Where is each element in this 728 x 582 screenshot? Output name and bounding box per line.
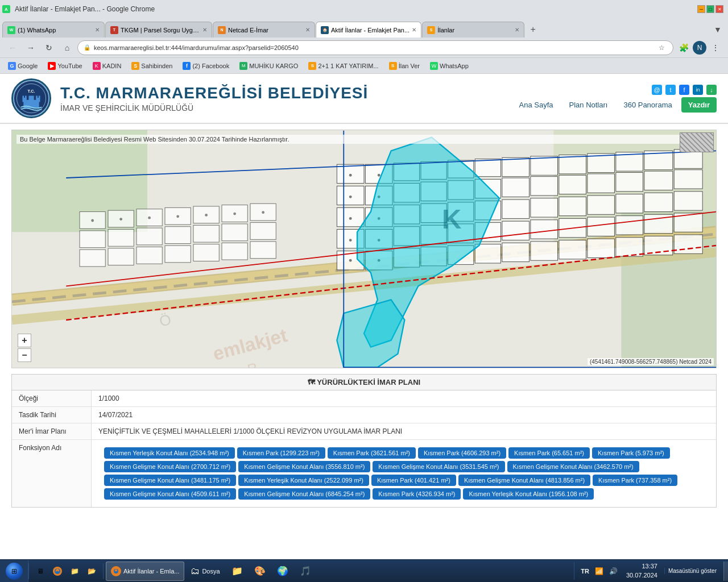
- nav-bar: ← → ↻ ⌂ 🔒 keos.marmaraereglisi.bel.tr:44…: [0, 38, 728, 58]
- fonk-badge-7[interactable]: Kısmen Gelişme Konut Alanı (3556.810 m²): [238, 461, 370, 472]
- taskbar-folder2-item[interactable]: 📁: [226, 562, 248, 581]
- tab-whatsapp[interactable]: W (1) WhatsApp ✕: [2, 22, 105, 38]
- tab-close-netcad[interactable]: ✕: [305, 27, 310, 33]
- new-tab-button[interactable]: +: [525, 22, 541, 38]
- logo-area: T.C.: [11, 78, 51, 118]
- svg-rect-98: [80, 231, 105, 248]
- taskbar-earth-item[interactable]: 🌍: [272, 562, 293, 581]
- svg-rect-38: [588, 174, 615, 193]
- fonk-badge-9[interactable]: Kısmen Gelişme Konut Alanı (3462.570 m²): [507, 461, 639, 472]
- forward-button[interactable]: →: [23, 40, 39, 56]
- taskbar-explorer-item[interactable]: 🗂 Dosya: [185, 562, 225, 581]
- svg-point-118: [262, 211, 264, 214]
- fonk-badge-4[interactable]: Kısmen Park (65.651 m²): [508, 447, 590, 459]
- nav-panorama[interactable]: 360 Panorama: [617, 97, 679, 113]
- bookmark-facebook[interactable]: f (2) Facebook: [179, 61, 233, 71]
- fonk-badge-16[interactable]: Kısmen Gelişme Konut Alanı (6845.254 m²): [238, 488, 370, 500]
- taskbar-browser-item[interactable]: Aktif İlanlar - Emla...: [106, 562, 184, 581]
- reload-button[interactable]: ↻: [41, 40, 57, 56]
- tab-close-ilanlar[interactable]: ✕: [515, 27, 519, 33]
- bookmark-youtube[interactable]: ▶ YouTube: [44, 61, 85, 71]
- taskbar-media-item[interactable]: 🎵: [295, 562, 316, 581]
- profile-button[interactable]: N: [693, 41, 706, 55]
- bookmark-sahibinden[interactable]: S Sahibinden: [128, 61, 176, 71]
- start-button[interactable]: ⊞: [0, 560, 28, 583]
- bookmark-star-icon[interactable]: ☆: [656, 42, 667, 53]
- svg-rect-35: [502, 178, 530, 197]
- svg-rect-41: [674, 170, 702, 189]
- tray-volume[interactable]: 🔊: [607, 567, 619, 575]
- zoom-in-button[interactable]: +: [18, 334, 31, 347]
- minimize-button[interactable]: ─: [697, 5, 705, 13]
- menu-button[interactable]: ⋮: [708, 40, 723, 56]
- fonk-badge-10[interactable]: Kısmen Gelişme Konut Alanı (3481.175 m²): [104, 475, 236, 486]
- fonk-badge-13[interactable]: Kısmen Gelişme Konut Alanı (4813.856 m²): [458, 475, 590, 486]
- fonk-badge-1[interactable]: Kısmen Park (1299.223 m²): [237, 447, 325, 459]
- nav-ana-sayfa[interactable]: Ana Sayfa: [512, 97, 560, 113]
- svg-rect-76: [559, 240, 586, 259]
- tray-network[interactable]: 📶: [593, 567, 605, 575]
- fonk-badge-12[interactable]: Kısmen Park (401.421 m²): [371, 475, 456, 486]
- bookmark-google[interactable]: G Google: [5, 61, 41, 71]
- svg-point-89: [349, 259, 352, 262]
- svg-rect-39: [616, 172, 643, 191]
- home-button[interactable]: ⌂: [59, 40, 75, 56]
- social-download-icon[interactable]: ↓: [706, 85, 717, 95]
- quicklaunch-files2[interactable]: 📂: [84, 563, 100, 579]
- fonk-badge-14[interactable]: Kısmen Park (737.358 m²): [593, 475, 677, 486]
- bookmark-label-kadin: KADIN: [102, 63, 122, 69]
- address-bar[interactable]: 🔒 keos.marmaraereglisi.bel.tr:444/imardu…: [77, 40, 673, 55]
- fonk-badge-5[interactable]: Kısmen Park (5.973 m²): [592, 447, 670, 459]
- svg-rect-51: [588, 196, 615, 214]
- bookmark-ilan-ver[interactable]: S İlan Ver: [386, 61, 423, 71]
- show-desktop-strip[interactable]: [723, 562, 728, 581]
- taskbar-media-icon: 🎵: [300, 566, 311, 576]
- svg-rect-107: [136, 247, 162, 264]
- bookmark-yatirim[interactable]: S 2+1 1 KAT YATIRIM...: [305, 61, 382, 71]
- tab-ilanlar[interactable]: S İlanlar ✕: [422, 22, 524, 38]
- show-desktop-button[interactable]: Masaüstünü göster: [668, 568, 717, 574]
- svg-rect-64: [588, 217, 615, 236]
- quicklaunch-folder[interactable]: 📁: [67, 563, 82, 579]
- fonk-badge-0[interactable]: Kısmen Yerleşik Konut Alanı (2534.948 m²…: [104, 447, 235, 459]
- tab-close-whatsapp[interactable]: ✕: [95, 27, 100, 33]
- fonk-badge-3[interactable]: Kısmen Park (4606.293 m²): [418, 447, 506, 459]
- social-facebook-icon[interactable]: f: [679, 85, 689, 95]
- svg-rect-50: [559, 197, 586, 215]
- zoom-out-button[interactable]: −: [18, 348, 31, 362]
- fonk-badge-18[interactable]: Kısmen Yerleşik Konut Alanı (1956.108 m²…: [463, 488, 594, 500]
- tab-favicon-tkgm: T: [110, 26, 118, 34]
- nav-yazdir[interactable]: Yazdır: [681, 97, 717, 113]
- fonk-badge-8[interactable]: Kısmen Gelişme Konut Alanı (3531.545 m²): [373, 461, 504, 472]
- maximize-button[interactable]: □: [706, 5, 714, 13]
- clock: 13:37 30.07.2024: [622, 562, 662, 580]
- fonk-badge-17[interactable]: Kısmen Park (4326.934 m²): [373, 488, 461, 500]
- svg-rect-75: [531, 242, 558, 260]
- tab-list-button[interactable]: ▼: [710, 22, 726, 38]
- quicklaunch-firefox[interactable]: [49, 563, 65, 579]
- tab-netcad[interactable]: N Netcad E-İmar ✕: [213, 22, 315, 38]
- tab-label-aktif: Aktif İlanlar - Emlakjet Pan...: [331, 27, 410, 34]
- svg-rect-80: [674, 235, 702, 253]
- social-at-icon[interactable]: @: [652, 85, 662, 95]
- nav-plan-notlari[interactable]: Plan Notları: [562, 97, 615, 113]
- fonk-badge-11[interactable]: Kısmen Yerleşik Konut Alanı (2522.099 m²…: [238, 475, 369, 486]
- tab-aktif[interactable]: 🏠 Aktif İlanlar - Emlakjet Pan... ✕: [316, 22, 421, 38]
- taskbar-paint-item[interactable]: 🎨: [249, 562, 271, 581]
- svg-rect-99: [108, 229, 134, 246]
- bookmark-kadin[interactable]: K KADIN: [89, 61, 125, 71]
- tab-close-aktif[interactable]: ✕: [412, 27, 416, 33]
- quicklaunch-show-desktop[interactable]: 🖥: [32, 563, 48, 579]
- back-button[interactable]: ←: [5, 40, 20, 56]
- bookmark-whatsapp[interactable]: W WhatsApp: [427, 61, 472, 71]
- fonk-badge-6[interactable]: Kısmen Gelişme Konut Alanı (2700.712 m²): [104, 461, 236, 472]
- tab-tkgm[interactable]: T TKGM | Parsel Sorgu Uygul... ✕: [105, 22, 212, 38]
- fonk-badge-15[interactable]: Kısmen Gelişme Konut Alanı (4509.611 m²): [104, 488, 236, 500]
- extensions-button[interactable]: 🧩: [676, 40, 692, 56]
- fonk-badge-2[interactable]: Kısmen Park (3621.561 m²): [328, 447, 416, 459]
- bookmark-muhiku[interactable]: M MUHİKU KARGO: [236, 61, 301, 71]
- social-twitter-icon[interactable]: t: [665, 85, 676, 95]
- social-linkedin-icon[interactable]: in: [693, 85, 703, 95]
- tab-close-tkgm[interactable]: ✕: [202, 27, 207, 33]
- close-button[interactable]: ✕: [715, 5, 723, 13]
